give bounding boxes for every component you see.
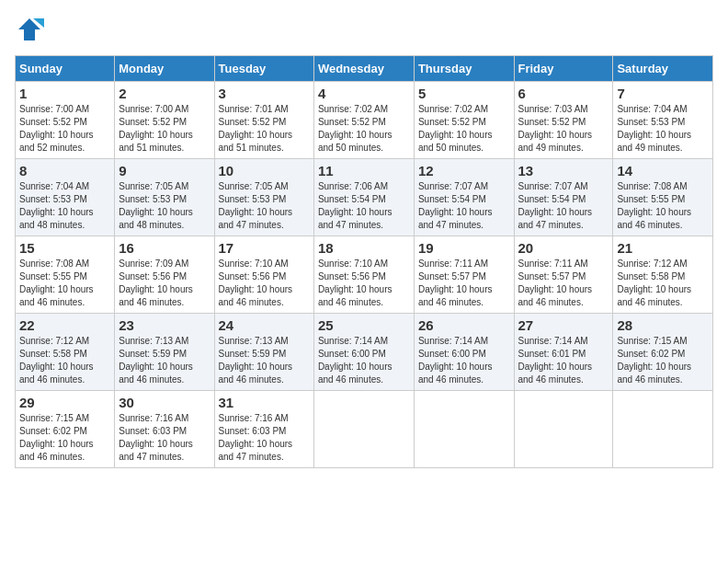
- calendar-cell: 9Sunrise: 7:05 AM Sunset: 5:53 PM Daylig…: [115, 159, 214, 236]
- day-number: 4: [318, 86, 410, 101]
- calendar-cell: 15Sunrise: 7:08 AM Sunset: 5:55 PM Dayli…: [16, 236, 115, 314]
- calendar-cell: 3Sunrise: 7:01 AM Sunset: 5:52 PM Daylig…: [214, 82, 313, 159]
- day-info: Sunrise: 7:05 AM Sunset: 5:53 PM Dayligh…: [219, 180, 310, 232]
- calendar-row: 15Sunrise: 7:08 AM Sunset: 5:55 PM Dayli…: [16, 236, 713, 314]
- calendar-cell: 18Sunrise: 7:10 AM Sunset: 5:56 PM Dayli…: [313, 236, 414, 314]
- col-thursday: Thursday: [414, 56, 514, 82]
- calendar-cell: 2Sunrise: 7:00 AM Sunset: 5:52 PM Daylig…: [115, 82, 214, 159]
- day-number: 24: [219, 317, 310, 333]
- col-friday: Friday: [514, 56, 613, 82]
- calendar-cell: [313, 391, 414, 468]
- calendar-cell: 25Sunrise: 7:14 AM Sunset: 6:00 PM Dayli…: [313, 314, 414, 391]
- day-info: Sunrise: 7:10 AM Sunset: 5:56 PM Dayligh…: [318, 258, 410, 309]
- day-number: 20: [518, 240, 609, 256]
- day-info: Sunrise: 7:00 AM Sunset: 5:52 PM Dayligh…: [19, 103, 110, 155]
- calendar-cell: 1Sunrise: 7:00 AM Sunset: 5:52 PM Daylig…: [16, 82, 115, 159]
- day-info: Sunrise: 7:07 AM Sunset: 5:54 PM Dayligh…: [418, 180, 510, 232]
- day-number: 19: [418, 240, 510, 256]
- header-row: Sunday Monday Tuesday Wednesday Thursday…: [16, 56, 713, 82]
- day-info: Sunrise: 7:09 AM Sunset: 5:56 PM Dayligh…: [119, 258, 210, 309]
- day-number: 23: [119, 317, 210, 333]
- day-number: 9: [119, 163, 210, 178]
- col-sunday: Sunday: [16, 56, 115, 82]
- day-info: Sunrise: 7:14 AM Sunset: 6:00 PM Dayligh…: [318, 335, 410, 386]
- calendar-row: 22Sunrise: 7:12 AM Sunset: 5:58 PM Dayli…: [16, 314, 713, 391]
- calendar-cell: 11Sunrise: 7:06 AM Sunset: 5:54 PM Dayli…: [313, 159, 414, 236]
- day-number: 6: [518, 86, 609, 101]
- calendar-row: 1Sunrise: 7:00 AM Sunset: 5:52 PM Daylig…: [16, 82, 713, 159]
- day-info: Sunrise: 7:11 AM Sunset: 5:57 PM Dayligh…: [418, 258, 510, 309]
- day-number: 14: [617, 163, 709, 178]
- calendar-cell: 21Sunrise: 7:12 AM Sunset: 5:58 PM Dayli…: [613, 236, 713, 314]
- calendar-cell: 13Sunrise: 7:07 AM Sunset: 5:54 PM Dayli…: [514, 159, 613, 236]
- day-info: Sunrise: 7:08 AM Sunset: 5:55 PM Dayligh…: [19, 258, 110, 309]
- day-number: 30: [119, 395, 210, 410]
- calendar-cell: 7Sunrise: 7:04 AM Sunset: 5:53 PM Daylig…: [613, 82, 713, 159]
- calendar-row: 8Sunrise: 7:04 AM Sunset: 5:53 PM Daylig…: [16, 159, 713, 236]
- day-number: 17: [219, 240, 310, 256]
- day-number: 10: [219, 163, 310, 178]
- day-number: 8: [19, 163, 110, 178]
- calendar-cell: 6Sunrise: 7:03 AM Sunset: 5:52 PM Daylig…: [514, 82, 613, 159]
- col-monday: Monday: [115, 56, 214, 82]
- day-info: Sunrise: 7:11 AM Sunset: 5:57 PM Dayligh…: [518, 258, 609, 309]
- day-info: Sunrise: 7:02 AM Sunset: 5:52 PM Dayligh…: [418, 103, 510, 155]
- day-number: 1: [19, 86, 110, 101]
- day-info: Sunrise: 7:15 AM Sunset: 6:02 PM Dayligh…: [617, 335, 709, 386]
- day-number: 12: [418, 163, 510, 178]
- calendar-cell: 31Sunrise: 7:16 AM Sunset: 6:03 PM Dayli…: [214, 391, 313, 468]
- day-info: Sunrise: 7:12 AM Sunset: 5:58 PM Dayligh…: [617, 258, 709, 309]
- day-number: 27: [518, 317, 609, 333]
- day-info: Sunrise: 7:13 AM Sunset: 5:59 PM Dayligh…: [219, 335, 310, 386]
- calendar-cell: 19Sunrise: 7:11 AM Sunset: 5:57 PM Dayli…: [414, 236, 514, 314]
- day-info: Sunrise: 7:10 AM Sunset: 5:56 PM Dayligh…: [219, 258, 310, 309]
- calendar-cell: 30Sunrise: 7:16 AM Sunset: 6:03 PM Dayli…: [115, 391, 214, 468]
- calendar-cell: 14Sunrise: 7:08 AM Sunset: 5:55 PM Dayli…: [613, 159, 713, 236]
- calendar-table: Sunday Monday Tuesday Wednesday Thursday…: [15, 55, 713, 468]
- day-info: Sunrise: 7:12 AM Sunset: 5:58 PM Dayligh…: [19, 335, 110, 386]
- day-info: Sunrise: 7:06 AM Sunset: 5:54 PM Dayligh…: [318, 180, 410, 232]
- day-number: 21: [617, 240, 709, 256]
- calendar-cell: 16Sunrise: 7:09 AM Sunset: 5:56 PM Dayli…: [115, 236, 214, 314]
- calendar-cell: 4Sunrise: 7:02 AM Sunset: 5:52 PM Daylig…: [313, 82, 414, 159]
- calendar-cell: 17Sunrise: 7:10 AM Sunset: 5:56 PM Dayli…: [214, 236, 313, 314]
- day-number: 28: [617, 317, 709, 333]
- calendar-cell: 5Sunrise: 7:02 AM Sunset: 5:52 PM Daylig…: [414, 82, 514, 159]
- day-number: 7: [617, 86, 709, 101]
- logo-icon: [15, 15, 44, 44]
- logo: [15, 15, 48, 44]
- calendar-cell: 29Sunrise: 7:15 AM Sunset: 6:02 PM Dayli…: [16, 391, 115, 468]
- calendar-cell: 10Sunrise: 7:05 AM Sunset: 5:53 PM Dayli…: [214, 159, 313, 236]
- day-info: Sunrise: 7:04 AM Sunset: 5:53 PM Dayligh…: [617, 103, 709, 155]
- calendar-cell: 24Sunrise: 7:13 AM Sunset: 5:59 PM Dayli…: [214, 314, 313, 391]
- calendar-cell: 28Sunrise: 7:15 AM Sunset: 6:02 PM Dayli…: [613, 314, 713, 391]
- day-info: Sunrise: 7:02 AM Sunset: 5:52 PM Dayligh…: [318, 103, 410, 155]
- calendar-cell: 12Sunrise: 7:07 AM Sunset: 5:54 PM Dayli…: [414, 159, 514, 236]
- day-number: 13: [518, 163, 609, 178]
- day-number: 5: [418, 86, 510, 101]
- day-info: Sunrise: 7:01 AM Sunset: 5:52 PM Dayligh…: [219, 103, 310, 155]
- calendar-cell: 23Sunrise: 7:13 AM Sunset: 5:59 PM Dayli…: [115, 314, 214, 391]
- day-info: Sunrise: 7:08 AM Sunset: 5:55 PM Dayligh…: [617, 180, 709, 232]
- day-number: 16: [119, 240, 210, 256]
- day-number: 26: [418, 317, 510, 333]
- day-number: 22: [19, 317, 110, 333]
- day-number: 2: [119, 86, 210, 101]
- day-info: Sunrise: 7:07 AM Sunset: 5:54 PM Dayligh…: [518, 180, 609, 232]
- calendar-cell: [613, 391, 713, 468]
- day-number: 29: [19, 395, 110, 410]
- day-info: Sunrise: 7:00 AM Sunset: 5:52 PM Dayligh…: [119, 103, 210, 155]
- day-info: Sunrise: 7:04 AM Sunset: 5:53 PM Dayligh…: [19, 180, 110, 232]
- day-number: 15: [19, 240, 110, 256]
- calendar-cell: 22Sunrise: 7:12 AM Sunset: 5:58 PM Dayli…: [16, 314, 115, 391]
- day-number: 18: [318, 240, 410, 256]
- day-info: Sunrise: 7:16 AM Sunset: 6:03 PM Dayligh…: [119, 412, 210, 464]
- day-info: Sunrise: 7:16 AM Sunset: 6:03 PM Dayligh…: [219, 412, 310, 464]
- header: [15, 15, 713, 44]
- calendar-cell: 20Sunrise: 7:11 AM Sunset: 5:57 PM Dayli…: [514, 236, 613, 314]
- calendar-row: 29Sunrise: 7:15 AM Sunset: 6:02 PM Dayli…: [16, 391, 713, 468]
- day-info: Sunrise: 7:05 AM Sunset: 5:53 PM Dayligh…: [119, 180, 210, 232]
- calendar-cell: 26Sunrise: 7:14 AM Sunset: 6:00 PM Dayli…: [414, 314, 514, 391]
- calendar-cell: 8Sunrise: 7:04 AM Sunset: 5:53 PM Daylig…: [16, 159, 115, 236]
- col-wednesday: Wednesday: [313, 56, 414, 82]
